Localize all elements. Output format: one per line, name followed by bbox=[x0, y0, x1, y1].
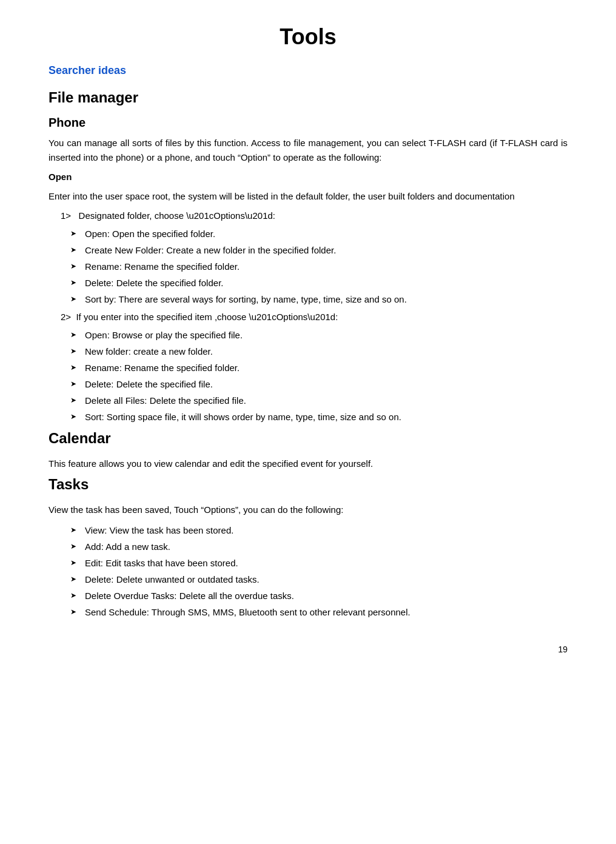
list-item: Create New Folder: Create a new folder i… bbox=[73, 242, 567, 258]
list-item: Delete: Delete unwanted or outdated task… bbox=[73, 571, 567, 588]
list-item: Rename: Rename the specified folder. bbox=[73, 258, 567, 275]
list-item: Edit: Edit tasks that have been stored. bbox=[73, 555, 567, 571]
list-item: New folder: create a new folder. bbox=[73, 343, 567, 360]
list-item: Open: Browse or play the specified file. bbox=[73, 327, 567, 343]
list-item: View: View the task has been stored. bbox=[73, 522, 567, 538]
open-bold: Open bbox=[49, 172, 72, 182]
phone-intro-text: You can manage all sorts of files by thi… bbox=[49, 136, 567, 165]
numbered-item-2: 2> If you enter into the specified item … bbox=[61, 310, 567, 324]
list-item: Sort: Sorting space file, it will shows … bbox=[73, 409, 567, 425]
list-item: Delete all Files: Delete the specified f… bbox=[73, 392, 567, 409]
num-1: 1> Designated folder, choose \u201cOptio… bbox=[61, 210, 275, 221]
list-item: Sort by: There are several ways for sort… bbox=[73, 291, 567, 307]
open-heading-inline: Open bbox=[49, 170, 567, 184]
list-item: Open: Open the specified folder. bbox=[73, 226, 567, 242]
num-2: 2> If you enter into the specified item … bbox=[61, 312, 338, 322]
list-item: Delete: Delete the specified folder. bbox=[73, 275, 567, 291]
numbered-item-1: 1> Designated folder, choose \u201cOptio… bbox=[61, 209, 567, 223]
calendar-desc: This feature allows you to view calendar… bbox=[49, 457, 567, 471]
tasks-intro: View the task has been saved, Touch “Opt… bbox=[49, 503, 567, 517]
tasks-heading: Tasks bbox=[49, 476, 567, 493]
list-item: Send Schedule: Through SMS, MMS, Bluetoo… bbox=[73, 604, 567, 620]
tasks-bullet-list: View: View the task has been stored. Add… bbox=[73, 522, 567, 620]
bullet-group-2: Open: Browse or play the specified file.… bbox=[73, 327, 567, 425]
open-desc-text: Enter into the user space root, the syst… bbox=[49, 189, 567, 204]
list-item: Delete: Delete the specified file. bbox=[73, 376, 567, 392]
page-number: 19 bbox=[49, 645, 567, 654]
list-item: Add: Add a new task. bbox=[73, 538, 567, 555]
phone-heading: Phone bbox=[49, 116, 567, 130]
list-item: Delete Overdue Tasks: Delete all the ove… bbox=[73, 588, 567, 604]
list-item: Rename: Rename the specified folder. bbox=[73, 360, 567, 376]
page-title: Tools bbox=[49, 24, 567, 50]
searcher-ideas-heading: Searcher ideas bbox=[49, 64, 567, 77]
bullet-group-1: Open: Open the specified folder. Create … bbox=[73, 226, 567, 307]
calendar-heading: Calendar bbox=[49, 430, 567, 447]
file-manager-heading: File manager bbox=[49, 89, 567, 106]
